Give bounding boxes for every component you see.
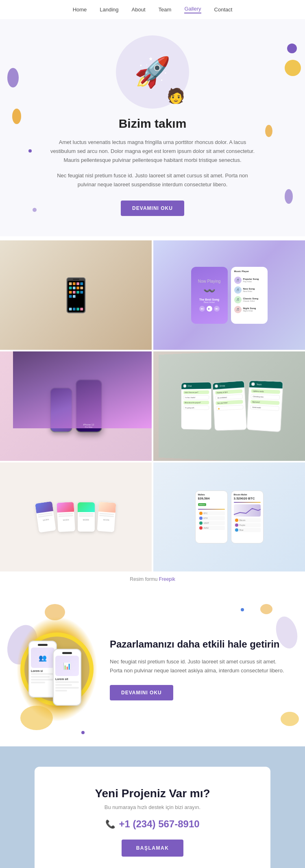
gallery-item-2[interactable]: Now Playing 〰️ The Best Song Best Artist… bbox=[153, 240, 305, 350]
nav-about[interactable]: About bbox=[132, 7, 146, 13]
nav-landing[interactable]: Landing bbox=[100, 7, 118, 13]
mkt-deco-dot-blue bbox=[241, 608, 244, 611]
mkt-deco-dot-purple bbox=[81, 731, 85, 734]
gallery-grid: 📱 Now Playing 〰️ The Best Song Best Arti… bbox=[0, 240, 305, 571]
deco-blob-orange-left bbox=[12, 109, 21, 124]
contact-subtitle: Bu numaraya hızlı destek için bizi arayı… bbox=[51, 804, 254, 810]
card-2: WORK bbox=[57, 502, 75, 532]
contact-cta-button[interactable]: BAŞLAMAK bbox=[122, 840, 184, 857]
marketing-cta-button[interactable]: DEVAMINI OKU bbox=[110, 685, 173, 700]
marketing-phones-illustration: 👥 Lorem si 📊 Lorem sit bbox=[16, 616, 98, 722]
play-button: ▶ bbox=[207, 306, 212, 312]
deco-blob-purple-right bbox=[287, 44, 297, 53]
phone-icon: 📞 bbox=[105, 819, 115, 829]
iphone-mockup-2: iPhone 12 Pro Max bbox=[76, 379, 102, 432]
hero-circle-illustration: 🚀 🧑 bbox=[116, 35, 189, 109]
card-3: WORK bbox=[78, 502, 95, 532]
wallet-phone-2: Bitcoin Wallet 3.529020 BTC Bitcoin Purp… bbox=[231, 491, 264, 543]
whatsapp-chat-1: Chat Hello! How are you? I'm fine, thank… bbox=[181, 382, 211, 430]
deco-blob-purple-bottom-right bbox=[285, 189, 293, 204]
whatsapp-chat-2: Group Meeting at 3pm Ok confirmed See yo… bbox=[212, 380, 246, 431]
marketing-content: Pazarlamanızı daha etkili hale getirin N… bbox=[110, 638, 289, 700]
phone-hand-icon: 📱 bbox=[56, 276, 96, 314]
contact-section: Yeni Projeniz Var mı? Bu numaraya hızlı … bbox=[0, 746, 305, 868]
contact-phone-number: +1 (234) 567-8910 bbox=[119, 818, 199, 830]
marketing-title: Pazarlamanızı daha etkili hale getirin bbox=[110, 638, 289, 650]
freepik-link[interactable]: Freepik bbox=[159, 576, 175, 582]
nav-gallery[interactable]: Gallery bbox=[184, 6, 201, 13]
marketing-description: Nec feugiat nisl pretium fusce id. Justo… bbox=[110, 657, 289, 675]
music-player-card: Now Playing 〰️ The Best Song Best Artist… bbox=[191, 267, 228, 324]
person-icon: 🧑 bbox=[167, 87, 185, 105]
contact-phone: 📞 +1 (234) 567-8910 bbox=[51, 818, 254, 830]
nav-home[interactable]: Home bbox=[73, 7, 87, 13]
mkt-deco-blob-orange-right bbox=[260, 604, 272, 614]
contact-card: Yeni Projeniz Var mı? Bu numaraya hızlı … bbox=[35, 767, 270, 868]
gallery-item-3[interactable]: iPhone 12 Pro Max bbox=[0, 351, 152, 461]
rocket-icon: 🚀 bbox=[134, 57, 171, 87]
contact-title: Yeni Projeniz Var mı? bbox=[51, 787, 254, 800]
whatsapp-chat-3: Team Updates ready Checking now Approved… bbox=[246, 380, 283, 432]
gallery-item-4[interactable]: Chat Hello! How are you? I'm fine, thank… bbox=[153, 351, 305, 461]
hero-description-1: Amet luctus venenatis lectus magna fring… bbox=[47, 138, 258, 165]
nav-contact[interactable]: Contact bbox=[214, 7, 233, 13]
gallery-section: 📱 Now Playing 〰️ The Best Song Best Arti… bbox=[0, 236, 305, 592]
hero-description-2: Nec feugiat nisl pretium fusce id. Justo… bbox=[55, 171, 250, 189]
hero-title: Bizim takım bbox=[24, 117, 281, 131]
navigation: Home Landing About Team Gallery Contact bbox=[0, 0, 305, 19]
next-button: ⏭ bbox=[214, 306, 220, 312]
deco-blob-purple-left bbox=[7, 68, 19, 87]
deco-blob-yellow-right bbox=[285, 60, 301, 76]
mkt-deco-blob-yellow-right bbox=[281, 712, 299, 726]
wallet-phone-1: Wallets $39,584 ● Active BTC ETH USDT AV… bbox=[195, 491, 228, 543]
gallery-item-5[interactable]: WORK WORK WORK bbox=[0, 462, 152, 572]
music-playlist-card: Music Player 🎵 Popular Song Pop Artist 🎵 bbox=[231, 267, 268, 324]
gallery-item-6[interactable]: Wallets $39,584 ● Active BTC ETH USDT AV… bbox=[153, 462, 305, 572]
gallery-item-1[interactable]: 📱 bbox=[0, 240, 152, 350]
music-wave-icon: 〰️ bbox=[203, 285, 216, 297]
marketing-section: 👥 Lorem si 📊 Lorem sit Pazarlamanızı dah… bbox=[0, 592, 305, 746]
mkt-phone-2: 📊 Lorem sit bbox=[53, 649, 81, 706]
hero-section: 🚀 🧑 Bizim takım Amet luctus venenatis le… bbox=[0, 19, 305, 236]
gallery-credit: Resim formu Freepik bbox=[0, 571, 305, 584]
deco-blob-orange-right bbox=[265, 125, 272, 137]
hero-cta-button[interactable]: DEVAMINI OKU bbox=[121, 201, 184, 216]
deco-blob-purple-bottom-left bbox=[33, 208, 37, 212]
nav-team[interactable]: Team bbox=[159, 7, 172, 13]
card-4: WORK bbox=[97, 502, 116, 532]
card-1: WORK bbox=[35, 501, 56, 532]
deco-blob-purple-small-left bbox=[28, 149, 32, 153]
prev-button: ⏮ bbox=[199, 306, 205, 312]
